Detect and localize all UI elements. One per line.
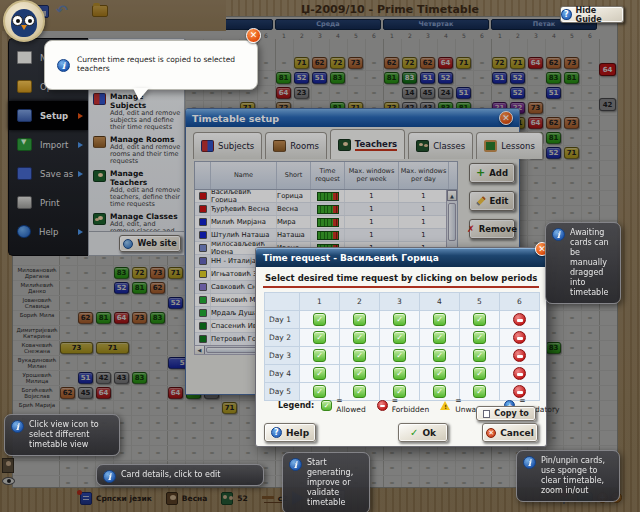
owl-beak — [21, 25, 27, 30]
forbidden-icon — [377, 400, 388, 411]
period-column-header: 3 — [380, 293, 419, 310]
copy-to-button[interactable]: Copy to — [476, 406, 536, 421]
tooltip-text: Card details, click to edit — [121, 470, 220, 479]
allowed-icon: ✓ — [353, 331, 366, 344]
hide-guide-label: Hide Guide — [576, 6, 623, 24]
period-cell[interactable]: ✓ — [300, 347, 339, 364]
ok-label: Ok — [422, 428, 436, 438]
tooltip-card-details: i Card details, click to edit — [96, 464, 264, 486]
time-request-title: Time request - Васиљевић Горица — [263, 253, 539, 263]
day-row-label: Day 4 — [265, 365, 299, 382]
period-column-header: 4 — [420, 293, 459, 310]
allowed-icon: ✓ — [353, 349, 366, 362]
period-cell[interactable]: ✓ — [340, 365, 379, 382]
ok-button[interactable]: ✓ Ok — [398, 423, 448, 442]
help-label: Help — [286, 428, 309, 438]
help-button[interactable]: ? Help — [264, 423, 316, 442]
cancel-label: Cancel — [500, 428, 534, 438]
legend-text: = Allowed — [336, 396, 365, 414]
allowed-icon: ✓ — [393, 349, 406, 362]
info-icon: i — [552, 228, 565, 241]
info-icon: i — [57, 59, 70, 72]
tooltip-text: Start generating, improve or validate ti… — [307, 458, 353, 507]
unwanted-icon — [440, 400, 451, 411]
period-cell[interactable]: ✓ — [460, 329, 499, 346]
period-column-header: 1 — [300, 293, 339, 310]
info-icon: i — [103, 470, 116, 483]
legend-text: = Forbidden — [392, 396, 429, 414]
day-row-label: Day 3 — [265, 347, 299, 364]
period-cell[interactable]: ✓ — [460, 365, 499, 382]
period-cell[interactable] — [500, 365, 539, 382]
allowed-icon: ✓ — [433, 331, 446, 344]
forbidden-icon — [513, 313, 526, 326]
period-cell[interactable] — [500, 311, 539, 328]
time-request-instruction: Select desired time request by clicking … — [265, 273, 537, 283]
cancel-icon: ✕ — [486, 428, 496, 438]
allowed-icon: ✓ — [313, 331, 326, 344]
period-cell[interactable]: ✓ — [420, 311, 459, 328]
guide-owl-logo[interactable] — [3, 0, 45, 42]
tooltip-view-icon: i Click view icon to select different ti… — [4, 414, 120, 456]
time-request-grid: 123456Day 1✓✓✓✓✓Day 2✓✓✓✓✓Day 3✓✓✓✓✓Day … — [264, 292, 540, 401]
legend-item: ✓= Allowed — [321, 396, 365, 414]
hide-guide-button[interactable]: ? Hide Guide — [560, 6, 624, 23]
period-cell[interactable]: ✓ — [380, 347, 419, 364]
allowed-icon: ✓ — [473, 349, 486, 362]
legend-label: Legend: — [278, 401, 314, 410]
period-cell[interactable]: ✓ — [460, 311, 499, 328]
period-cell[interactable]: ✓ — [300, 329, 339, 346]
info-icon: i — [289, 458, 302, 471]
period-cell[interactable]: ✓ — [420, 329, 459, 346]
copy-to-label: Copy to — [494, 409, 528, 418]
period-column-header: 5 — [460, 293, 499, 310]
period-cell[interactable]: ✓ — [380, 329, 419, 346]
allowed-icon: ✓ — [313, 367, 326, 380]
allowed-icon: ✓ — [433, 349, 446, 362]
copy-icon — [483, 410, 490, 418]
forbidden-icon — [513, 367, 526, 380]
cancel-button[interactable]: ✕ Cancel — [482, 423, 538, 442]
allowed-icon: ✓ — [433, 367, 446, 380]
help-icon: ? — [561, 9, 572, 20]
period-cell[interactable]: ✓ — [380, 365, 419, 382]
info-icon: i — [523, 456, 536, 469]
allowed-icon: ✓ — [313, 349, 326, 362]
tooltip-text: Pin/unpin cards, use sponge to clear tim… — [541, 456, 605, 495]
period-cell[interactable]: ✓ — [340, 311, 379, 328]
allowed-icon: ✓ — [313, 313, 326, 326]
allowed-icon: ✓ — [393, 313, 406, 326]
check-icon: ✓ — [410, 427, 418, 438]
allowed-icon: ✓ — [433, 313, 446, 326]
allowed-icon: ✓ — [321, 400, 332, 411]
allowed-icon: ✓ — [353, 313, 366, 326]
tooltip-generate: i Start generating, improve or validate … — [282, 452, 370, 512]
period-cell[interactable]: ✓ — [340, 347, 379, 364]
period-cell[interactable]: ✓ — [460, 347, 499, 364]
tooltip-pin: i Pin/unpin cards, use sponge to clear t… — [516, 450, 620, 502]
period-cell[interactable] — [500, 347, 539, 364]
day-row-label: Day 2 — [265, 329, 299, 346]
tooltip-text: Click view icon to select different time… — [29, 420, 99, 449]
time-request-dialog: Time request - Васиљевић Горица ✕ Select… — [255, 247, 547, 447]
period-cell[interactable]: ✓ — [340, 329, 379, 346]
period-column-header: 6 — [500, 293, 539, 310]
period-cell[interactable]: ✓ — [380, 311, 419, 328]
allowed-icon: ✓ — [473, 367, 486, 380]
allowed-icon: ✓ — [353, 367, 366, 380]
period-cell[interactable]: ✓ — [300, 311, 339, 328]
period-cell[interactable] — [500, 329, 539, 346]
info-icon: i — [11, 420, 24, 433]
allowed-icon: ✓ — [473, 331, 486, 344]
forbidden-icon — [513, 349, 526, 362]
period-cell[interactable]: ✓ — [420, 365, 459, 382]
balloon-tail — [133, 88, 149, 100]
allowed-icon: ✓ — [473, 313, 486, 326]
app-window: СредаЧетвртакПетак56123456123456123456==… — [0, 0, 640, 512]
guide-balloon-tooltip: i Current time request is copied to sele… — [44, 40, 258, 90]
time-request-titlebar[interactable]: Time request - Васиљевић Горица — [256, 248, 546, 267]
allowed-icon: ✓ — [393, 331, 406, 344]
balloon-close-icon[interactable]: ✕ — [246, 28, 261, 43]
period-cell[interactable]: ✓ — [300, 365, 339, 382]
period-cell[interactable]: ✓ — [420, 347, 459, 364]
